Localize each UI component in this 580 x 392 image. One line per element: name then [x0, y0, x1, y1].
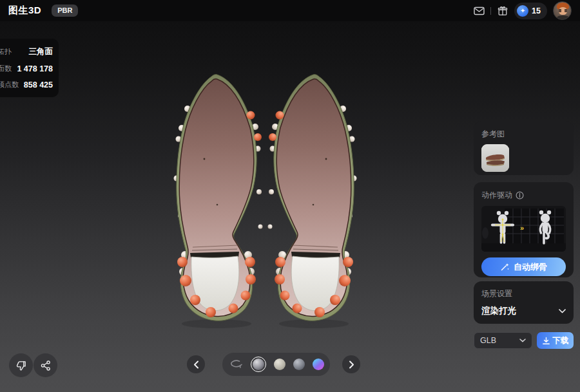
format-value: GLB — [480, 336, 496, 345]
credits-pill[interactable]: ✦ 15 — [514, 3, 547, 19]
render-mode-toolbar — [222, 353, 330, 376]
auto-rig-button[interactable]: 自动绑骨 — [481, 257, 566, 276]
lighting-value: 渲染打光 — [481, 305, 516, 317]
thumbs-down-icon — [15, 360, 27, 371]
chevron-down-icon — [559, 309, 566, 313]
previous-view-button[interactable] — [187, 355, 205, 373]
magic-wand-icon — [500, 262, 510, 272]
avatar-shirt — [557, 15, 569, 20]
export-row: GLB 下载 — [474, 332, 574, 349]
chevron-right-icon — [349, 360, 354, 369]
reference-title: 参考图 — [481, 129, 566, 140]
motion-drive-panel: 动作驱动 — [474, 182, 574, 277]
motion-drive-title: 动作驱动 — [481, 190, 512, 201]
format-select[interactable]: GLB — [474, 332, 532, 349]
normal-mode-sphere-icon[interactable] — [313, 359, 324, 370]
clay-mode-sphere-icon[interactable] — [274, 359, 285, 370]
auto-rig-label: 自动绑骨 — [514, 261, 547, 273]
avatar[interactable] — [553, 1, 572, 20]
rigging-preview-image[interactable]: » — [481, 206, 566, 252]
mail-icon[interactable] — [473, 5, 485, 17]
info-icon[interactable] — [516, 191, 524, 200]
download-button[interactable]: 下载 — [537, 332, 574, 349]
stat-vertices: 顶点数 858 425 — [0, 77, 53, 93]
coin-icon: ✦ — [517, 5, 528, 17]
top-bar: 图生3D PBR ✦ 15 — [0, 0, 580, 21]
scene-settings-panel: 场景设置 渲染打光 — [474, 281, 574, 324]
chevron-down-icon — [519, 339, 526, 342]
stat-label: 面数 — [0, 64, 12, 73]
share-icon — [40, 360, 52, 371]
stat-topology: 拓扑 三角面 — [0, 43, 53, 61]
scene-settings-title: 场景设置 — [481, 288, 566, 299]
stat-value: 1 478 178 — [17, 64, 53, 73]
download-icon — [542, 337, 550, 345]
reference-thumbnail[interactable] — [481, 144, 509, 172]
pbr-badge: PBR — [52, 5, 78, 17]
textured-mode-selected[interactable] — [251, 357, 266, 372]
header-actions: ✦ 15 — [473, 1, 572, 20]
stat-label: 顶点数 — [0, 80, 19, 89]
motion-drive-header: 动作驱动 — [481, 190, 566, 201]
credits-count: 15 — [532, 6, 541, 15]
app-window: 图生3D PBR ✦ 15 — [0, 0, 580, 392]
dislike-button[interactable] — [9, 353, 33, 377]
textured-sphere-icon — [253, 359, 264, 370]
next-view-button[interactable] — [342, 355, 360, 373]
reference-shoes-image — [481, 144, 509, 172]
avatar-glasses — [559, 9, 567, 12]
download-label: 下载 — [553, 335, 569, 346]
stat-label: 拓扑 — [0, 47, 12, 57]
mesh-stats-card: 拓扑 三角面 面数 1 478 178 顶点数 858 425 — [0, 39, 59, 97]
app-title: 图生3D — [8, 5, 41, 17]
gift-icon[interactable] — [497, 5, 508, 17]
rotate-icon[interactable] — [229, 360, 243, 369]
header-divider — [490, 7, 491, 15]
reference-image-panel: 参考图 — [474, 121, 574, 175]
motion-arrow: » — [520, 224, 524, 232]
stat-value: 三角面 — [29, 46, 53, 57]
lighting-select[interactable]: 渲染打光 — [481, 305, 566, 317]
stat-value: 858 425 — [24, 80, 53, 89]
stat-faces: 面数 1 478 178 — [0, 61, 53, 77]
matcap-mode-sphere-icon[interactable] — [293, 359, 305, 370]
share-button[interactable] — [34, 353, 57, 377]
chevron-left-icon — [193, 360, 199, 369]
